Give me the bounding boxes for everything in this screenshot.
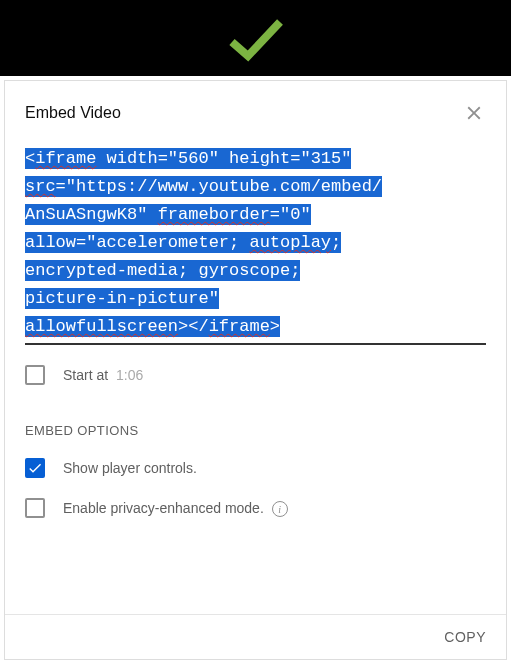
privacy-checkbox[interactable] bbox=[25, 498, 45, 518]
player-controls-label: Show player controls. bbox=[63, 460, 197, 476]
player-controls-checkbox[interactable] bbox=[25, 458, 45, 478]
checkmark-icon bbox=[226, 16, 286, 64]
embed-code-textarea[interactable]: <iframe width="560" height="315" src="ht… bbox=[25, 145, 486, 345]
dialog-header: Embed Video bbox=[5, 81, 506, 145]
close-icon bbox=[463, 102, 485, 124]
option-row-controls: Show player controls. bbox=[25, 458, 486, 478]
copy-button[interactable]: COPY bbox=[444, 629, 486, 645]
privacy-label-text: Enable privacy-enhanced mode. bbox=[63, 500, 264, 516]
embed-options-heading: EMBED OPTIONS bbox=[25, 423, 486, 438]
close-button[interactable] bbox=[462, 101, 486, 125]
privacy-label: Enable privacy-enhanced mode. i bbox=[63, 500, 288, 518]
dialog-body[interactable]: <iframe width="560" height="315" src="ht… bbox=[5, 145, 506, 614]
start-at-row: Start at 1:06 bbox=[25, 365, 486, 385]
info-icon[interactable]: i bbox=[272, 501, 288, 517]
start-at-time[interactable]: 1:06 bbox=[116, 367, 143, 383]
embed-dialog: Embed Video <iframe width="560" height="… bbox=[4, 80, 507, 660]
check-icon bbox=[27, 460, 43, 476]
dialog-footer: COPY bbox=[5, 614, 506, 659]
dialog-title: Embed Video bbox=[25, 104, 121, 122]
start-at-label: Start at 1:06 bbox=[63, 367, 143, 383]
start-at-checkbox[interactable] bbox=[25, 365, 45, 385]
option-row-privacy: Enable privacy-enhanced mode. i bbox=[25, 498, 486, 518]
start-at-text: Start at bbox=[63, 367, 108, 383]
top-banner bbox=[0, 0, 511, 76]
